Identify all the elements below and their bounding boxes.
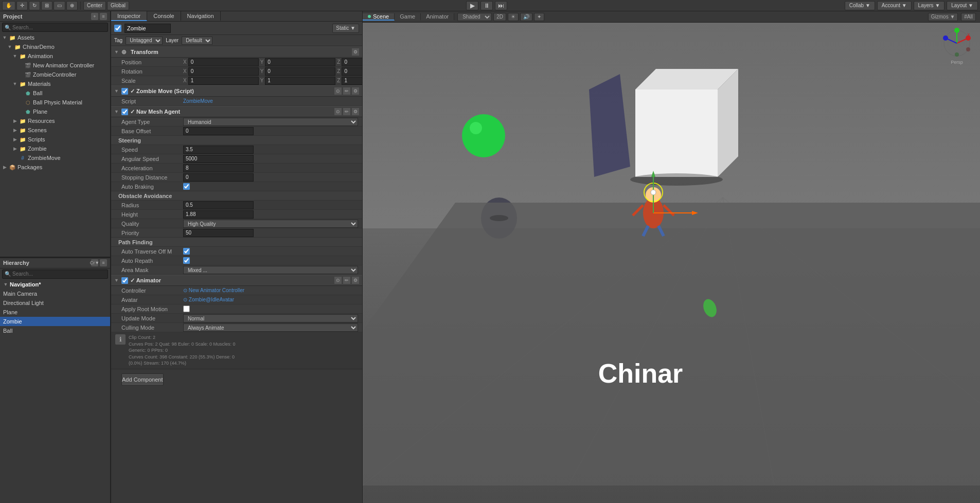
animation-folder[interactable]: ▼ 📁 Animation — [0, 51, 110, 61]
play-button[interactable]: ▶ — [466, 1, 478, 10]
scripts-folder[interactable]: ▶ 📁 Scripts — [0, 135, 110, 144]
account-button[interactable]: Account ▼ — [877, 1, 912, 10]
navigation-tab[interactable]: Navigation — [181, 11, 221, 21]
project-menu-btn[interactable]: ≡ — [100, 13, 107, 20]
auto-braking-checkbox[interactable] — [183, 183, 190, 190]
area-mask-select[interactable]: Mixed ... — [183, 266, 358, 274]
rect-tool[interactable]: ▭ — [54, 1, 65, 10]
zombie-move-settings-btn[interactable]: ⚙ — [352, 87, 359, 95]
ball-hierarchy-item[interactable]: Ball — [0, 326, 110, 335]
add-component-button[interactable]: Add Component — [121, 373, 164, 386]
go-enabled-checkbox[interactable] — [114, 25, 121, 32]
zombie-move-item[interactable]: # ZombieMove — [0, 153, 110, 163]
zombie-hierarchy-item[interactable]: Zombie — [0, 317, 110, 326]
directional-light-item[interactable]: Directional Light — [0, 298, 110, 308]
zombie-move-edit-btn[interactable]: ✏ — [343, 87, 350, 95]
speed-input[interactable] — [183, 146, 254, 154]
nav-mesh-target-btn[interactable]: ⊙ — [334, 108, 342, 115]
zombie-move-target-btn[interactable]: ⊙ — [334, 87, 342, 95]
scale-tool[interactable]: ⊞ — [41, 1, 52, 10]
plane-item[interactable]: ⬟ Plane — [0, 107, 110, 116]
hierarchy-search[interactable]: 🔍 — [2, 270, 108, 279]
scenes-folder[interactable]: ▶ 📁 Scenes — [0, 125, 110, 135]
pos-y-input[interactable] — [265, 58, 335, 66]
animator-enabled[interactable] — [121, 277, 128, 284]
rot-x-input[interactable] — [188, 67, 259, 76]
pos-z-input[interactable] — [342, 58, 363, 66]
agent-type-select[interactable]: Humanoid — [183, 118, 358, 126]
script-ref[interactable]: ZombieMove — [183, 98, 213, 104]
nav-mesh-settings-btn[interactable]: ⚙ — [352, 108, 359, 115]
acceleration-input[interactable] — [183, 164, 254, 172]
auto-traverse-checkbox[interactable] — [183, 248, 190, 255]
rotate-tool[interactable]: ↻ — [29, 1, 40, 10]
transform-tool[interactable]: ⊕ — [66, 1, 78, 10]
ball-item[interactable]: ⬟ Ball — [0, 88, 110, 98]
fx-btn[interactable]: ✦ — [534, 13, 544, 21]
chinar-demo-folder[interactable]: ▼ 📁 ChinarDemo — [0, 42, 110, 51]
rot-y-input[interactable] — [265, 67, 335, 76]
2d-btn[interactable]: 2D — [493, 13, 506, 21]
hand-tool[interactable]: ✋ — [2, 1, 15, 10]
rot-z-input[interactable] — [342, 67, 363, 76]
materials-folder[interactable]: ▼ 📁 Materials — [0, 79, 110, 88]
scene-tab[interactable]: Scene — [363, 13, 395, 21]
transform-settings-btn[interactable]: ⚙ — [352, 48, 359, 56]
collab-button[interactable]: Collab ▼ — [845, 1, 875, 10]
zombie-controller-item[interactable]: 🎬 ZombieController — [0, 70, 110, 79]
resources-folder[interactable]: ▶ 📁 Resources — [0, 116, 110, 125]
ball-physic-item[interactable]: ⬡ Ball Physic Material — [0, 98, 110, 107]
animator-settings-btn[interactable]: ⚙ — [352, 277, 359, 284]
layers-button[interactable]: Layers ▼ — [914, 1, 945, 10]
packages-root[interactable]: ▶ 📦 Packages — [0, 163, 110, 172]
assets-root[interactable]: ▼ 📁 Assets — [0, 33, 110, 42]
animator-edit-btn[interactable]: ✏ — [343, 277, 350, 284]
nav-mesh-enabled[interactable] — [121, 109, 128, 115]
static-button[interactable]: Static ▼ — [332, 24, 359, 33]
main-camera-item[interactable]: Main Camera — [0, 289, 110, 298]
all-btn[interactable]: #All — [961, 13, 976, 21]
nav-mesh-edit-btn[interactable]: ✏ — [343, 108, 350, 115]
zombie-move-header[interactable]: ▼ ✓ Zombie Move (Script) ⊙ ✏ ⚙ — [111, 85, 362, 97]
quality-select[interactable]: High Quality — [183, 220, 358, 228]
console-tab[interactable]: Console — [147, 11, 181, 21]
lights-btn[interactable]: ☀ — [508, 13, 519, 21]
animator-target-btn[interactable]: ⊙ — [334, 277, 342, 284]
pos-x-input[interactable] — [188, 58, 259, 66]
avatar-ref[interactable]: ⊙ Zombie@IdleAvatar — [183, 297, 234, 302]
go-name-input[interactable] — [124, 24, 171, 33]
hierarchy-create-btn[interactable]: Cr▼ — [91, 259, 98, 266]
update-mode-select[interactable]: Normal — [183, 314, 358, 322]
scale-z-input[interactable] — [342, 77, 363, 85]
auto-repath-checkbox[interactable] — [183, 257, 190, 264]
gizmos-btn[interactable]: Gizmos ▼ — [928, 13, 958, 21]
plane-hierarchy-item[interactable]: Plane — [0, 308, 110, 317]
zombie-folder[interactable]: ▶ 📁 Zombie — [0, 144, 110, 153]
controller-ref[interactable]: ⊙ New Animator Controller — [183, 288, 244, 293]
pause-button[interactable]: ⏸ — [480, 1, 493, 10]
shaded-select[interactable]: Shaded — [457, 13, 492, 21]
scale-y-input[interactable] — [265, 77, 335, 85]
hierarchy-search-input[interactable] — [12, 271, 105, 277]
layer-select[interactable]: Default — [182, 37, 212, 45]
transform-header[interactable]: ▼ ⊕ Transform ⚙ — [111, 46, 362, 58]
move-tool[interactable]: ✛ — [16, 1, 28, 10]
space-btn[interactable]: Global — [107, 1, 129, 10]
animator-header[interactable]: ▼ ✓ Animator ⊙ ✏ ⚙ — [111, 275, 362, 286]
priority-input[interactable] — [183, 229, 254, 237]
base-offset-input[interactable] — [183, 127, 254, 135]
pivot-btn[interactable]: Center — [83, 1, 106, 10]
nav-mesh-header[interactable]: ▼ ✓ Nav Mesh Agent ⊙ ✏ ⚙ — [111, 106, 362, 117]
inspector-tab[interactable]: Inspector — [111, 11, 147, 21]
animator-tab[interactable]: Animator — [421, 13, 454, 21]
project-search[interactable]: 🔍 — [2, 23, 108, 32]
angular-speed-input[interactable] — [183, 155, 254, 163]
stopping-dist-input[interactable] — [183, 173, 254, 182]
hierarchy-menu-btn[interactable]: ≡ — [100, 259, 107, 266]
height-input[interactable] — [183, 210, 254, 219]
scale-x-input[interactable] — [188, 77, 259, 85]
audio-btn[interactable]: 🔊 — [520, 13, 532, 21]
project-add-btn[interactable]: + — [91, 13, 98, 20]
layout-button[interactable]: Layout ▼ — [947, 1, 978, 10]
tag-select[interactable]: Untagged — [126, 37, 163, 45]
